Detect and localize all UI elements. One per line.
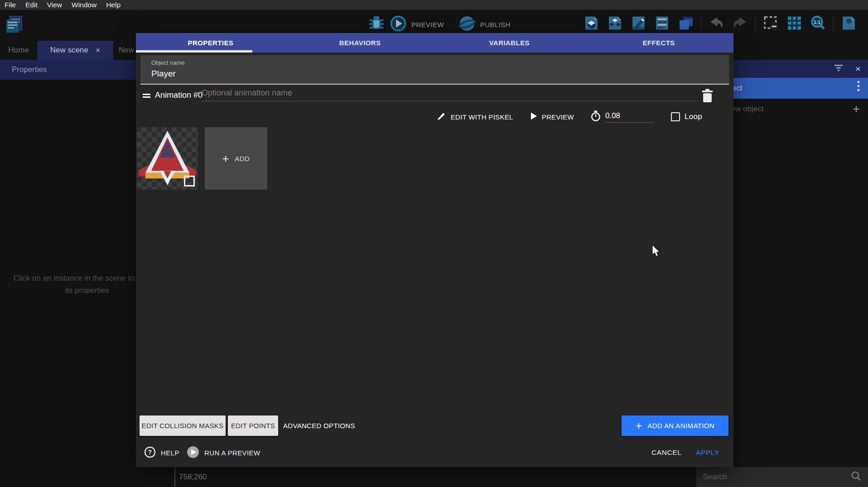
preview-play-icon[interactable] <box>390 15 407 34</box>
menu-view[interactable]: View <box>47 1 62 9</box>
edit-with-piskel-label: EDIT WITH PISKEL <box>451 113 513 121</box>
cursor-coordinates: 758;260 <box>175 473 207 482</box>
animation-title: Animation #0 <box>155 91 203 100</box>
advanced-options-button[interactable]: ADVANCED OPTIONS <box>283 415 355 436</box>
svg-text:1:1: 1:1 <box>814 20 820 25</box>
preview-button[interactable]: PREVIEW <box>411 21 444 29</box>
add-object-plus-icon[interactable]: + <box>853 105 860 114</box>
menu-help[interactable]: Help <box>106 1 121 9</box>
toolbar-separator <box>755 15 756 33</box>
menu-window[interactable]: Window <box>72 1 96 9</box>
preview-animation-label: PREVIEW <box>542 113 574 121</box>
close-tab-icon[interactable]: × <box>96 46 101 55</box>
svg-text:?: ? <box>148 449 152 456</box>
tab-variables[interactable]: VARIABLES <box>435 33 584 53</box>
drag-handle-icon[interactable] <box>143 94 150 98</box>
run-a-preview-label: RUN A PREVIEW <box>204 449 260 457</box>
redo-icon[interactable] <box>732 14 748 33</box>
canvas-status-bar: 758;260 <box>174 467 696 487</box>
filter-icon[interactable] <box>834 64 844 73</box>
animation-tools-row: EDIT WITH PISKEL PREVIEW <box>136 109 702 125</box>
loop-toggle: Loop <box>671 112 702 121</box>
cancel-button[interactable]: CANCEL <box>651 445 681 460</box>
debugger-icon[interactable] <box>368 14 385 34</box>
tab-partial[interactable]: New <box>119 41 134 60</box>
play-circle-icon <box>187 446 199 460</box>
gdevelop-window: File Edit View Window Help <box>0 0 868 487</box>
tab-behaviors[interactable]: BEHAVIORS <box>285 33 435 53</box>
object-editor-dialog: PROPERTIES BEHAVIORS VARIABLES EFFECTS O… <box>136 33 733 467</box>
plus-icon: + <box>222 154 230 163</box>
edit-collision-masks-button[interactable]: EDIT COLLISION MASKS <box>140 415 226 436</box>
export-object-icon[interactable] <box>583 14 600 33</box>
zoom-1-1-icon[interactable]: 1:1 <box>810 14 826 33</box>
project-manager-icon[interactable] <box>4 14 24 36</box>
toolbar-separator <box>833 15 834 33</box>
edit-with-piskel-button[interactable]: EDIT WITH PISKEL <box>437 111 513 122</box>
tab-new-scene[interactable]: New scene × <box>37 41 113 60</box>
settings-wrench-icon[interactable] <box>840 14 857 33</box>
publish-globe-icon[interactable] <box>458 15 476 34</box>
toolbar-right: 1:1 <box>583 14 857 33</box>
help-icon: ? <box>144 446 156 459</box>
toolbar-separator <box>701 15 701 33</box>
toolbar-center: PREVIEW PUBLISH <box>368 14 521 34</box>
edit-scene-icon[interactable] <box>630 14 647 33</box>
tab-home[interactable]: Home <box>0 41 37 60</box>
publish-button[interactable]: PUBLISH <box>480 21 511 29</box>
menu-file[interactable]: File <box>5 1 16 9</box>
delete-selection-icon[interactable] <box>762 14 779 33</box>
more-options-icon[interactable] <box>857 81 860 96</box>
menu-bar: File Edit View Window Help <box>0 0 868 10</box>
active-tab-indicator <box>136 50 252 53</box>
dialog-tab-bar: PROPERTIES BEHAVIORS VARIABLES EFFECTS <box>136 33 733 53</box>
object-name-field-label: Object name <box>151 59 185 66</box>
grid-icon[interactable] <box>786 14 803 33</box>
close-panel-icon[interactable]: × <box>855 63 861 74</box>
frame-select-checkbox[interactable] <box>184 176 195 186</box>
tab-new-scene-label: New scene <box>50 46 88 55</box>
scene-properties-icon[interactable] <box>654 14 670 33</box>
brush-icon <box>437 111 446 122</box>
delete-animation-icon[interactable] <box>701 89 715 103</box>
tab-properties[interactable]: PROPERTIES <box>136 33 285 53</box>
add-frame-label: ADD <box>235 155 250 162</box>
search-icon <box>851 471 862 483</box>
object-groups-icon[interactable] <box>607 14 623 33</box>
undo-icon[interactable] <box>708 14 725 33</box>
animation-name-input[interactable] <box>202 88 699 101</box>
object-name-field: Object name <box>140 55 729 85</box>
stopwatch-icon <box>591 110 601 123</box>
plus-icon: + <box>636 421 642 430</box>
time-between-frames-field <box>591 110 654 123</box>
menu-edit[interactable]: Edit <box>25 1 38 9</box>
help-button[interactable]: ? HELP <box>144 445 179 460</box>
add-frame-button[interactable]: + ADD <box>205 127 267 190</box>
loop-label: Loop <box>685 112 702 121</box>
frame-thumbnail[interactable] <box>137 127 198 190</box>
time-between-frames-input[interactable] <box>605 111 654 123</box>
add-an-animation-button[interactable]: + ADD AN ANIMATION <box>622 415 728 436</box>
help-label: HELP <box>161 449 179 457</box>
add-an-animation-label: ADD AN ANIMATION <box>647 422 714 430</box>
instances-list-icon[interactable] <box>677 14 694 33</box>
object-name-input[interactable] <box>151 69 559 79</box>
tab-effects[interactable]: EFFECTS <box>584 33 733 53</box>
preview-animation-button[interactable]: PREVIEW <box>530 112 574 122</box>
apply-button[interactable]: APPLY <box>696 445 719 460</box>
run-a-preview-button[interactable]: RUN A PREVIEW <box>187 445 260 460</box>
loop-checkbox[interactable] <box>671 112 680 121</box>
animation-frames-row: + ADD <box>137 127 267 190</box>
objects-search-bar <box>696 467 868 487</box>
edit-points-button[interactable]: EDIT POINTS <box>228 415 278 436</box>
objects-search-input[interactable] <box>703 473 851 482</box>
play-icon <box>530 112 537 122</box>
